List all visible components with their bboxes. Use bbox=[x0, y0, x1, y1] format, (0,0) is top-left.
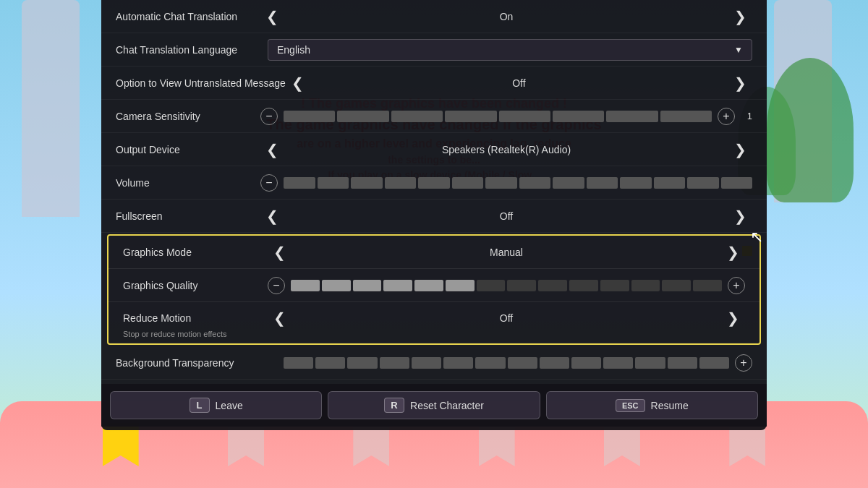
minus-volume[interactable]: − bbox=[260, 174, 278, 192]
slider-bg-transparency: + bbox=[260, 354, 752, 372]
label-untranslated: Option to View Untranslated Message bbox=[116, 77, 286, 89]
arrow-right-auto-chat[interactable]: ❯ bbox=[728, 5, 752, 28]
leave-label: Leave bbox=[216, 400, 243, 411]
label-volume: Volume bbox=[116, 177, 260, 189]
row-volume: Volume − bbox=[101, 166, 767, 200]
arrow-left-fullscreen[interactable]: ❮ bbox=[260, 205, 284, 228]
row-camera-sensitivity: Camera Sensitivity − + 1 bbox=[101, 100, 767, 133]
arrow-right-output[interactable]: ❯ bbox=[728, 138, 752, 161]
track-volume bbox=[284, 176, 752, 190]
leave-key: L bbox=[190, 398, 210, 413]
label-camera-sensitivity: Camera Sensitivity bbox=[116, 111, 260, 122]
arrow-left-output[interactable]: ❮ bbox=[260, 138, 284, 161]
reset-label: Reset Character bbox=[410, 400, 484, 411]
settings-panel: Automatic Chat Translation ❮ On ❯ Chat T… bbox=[101, 0, 767, 430]
arrow-control-graphics-mode: ❮ Manual ❯ bbox=[268, 241, 745, 264]
leave-button[interactable]: L Leave bbox=[110, 391, 322, 419]
arrow-control-reduce-motion: ❮ Off ❯ bbox=[268, 307, 745, 330]
label-auto-chat-translation: Automatic Chat Translation bbox=[116, 11, 260, 22]
label-chat-language: Chat Translation Language bbox=[116, 44, 260, 56]
track-camera bbox=[284, 109, 712, 124]
arrow-left-untranslated[interactable]: ❮ bbox=[286, 72, 310, 95]
minus-graphics[interactable]: − bbox=[268, 277, 285, 294]
dropdown-value-chat-language: English bbox=[277, 44, 310, 56]
row-auto-chat-translation: Automatic Chat Translation ❮ On ❯ bbox=[101, 0, 767, 33]
resume-key: ESC bbox=[616, 399, 645, 412]
value-output: Speakers (Realtek(R) Audio) bbox=[284, 144, 728, 155]
row-graphics-quality: Graphics Quality − + bbox=[109, 269, 760, 302]
row-untranslated: Option to View Untranslated Message ❮ Of… bbox=[101, 67, 767, 100]
arrow-control-output: ❮ Speakers (Realtek(R) Audio) ❯ bbox=[260, 138, 752, 161]
cursor-icon: ↖ bbox=[750, 228, 763, 247]
label-output-device: Output Device bbox=[116, 144, 260, 155]
bottom-buttons: L Leave R Reset Character ESC Resume bbox=[101, 384, 767, 427]
row-fullscreen: Fullscreen ❮ Off ❯ bbox=[101, 200, 767, 233]
track-bg bbox=[284, 356, 729, 370]
arrow-left-graphics-mode[interactable]: ❮ bbox=[268, 241, 292, 264]
row-output-device: Output Device ❮ Speakers (Realtek(R) Aud… bbox=[101, 133, 767, 166]
row-bg-transparency: Background Transparency + bbox=[101, 346, 767, 380]
plus-camera[interactable]: + bbox=[718, 108, 735, 125]
label-reduce-motion: Reduce Motion bbox=[123, 312, 268, 324]
label-graphics-mode: Graphics Mode bbox=[123, 247, 268, 258]
minus-camera[interactable]: − bbox=[260, 108, 278, 125]
slider-volume: − bbox=[260, 174, 752, 192]
label-graphics-quality: Graphics Quality bbox=[123, 280, 268, 291]
arrow-left-reduce-motion[interactable]: ❮ bbox=[268, 307, 292, 330]
sub-label-reduce-motion: Stop or reduce motion effects bbox=[123, 330, 268, 338]
label-bg-transparency: Background Transparency bbox=[116, 357, 260, 369]
slider-graphics-quality: − + bbox=[268, 277, 745, 294]
highlighted-section: Graphics Mode ❮ Manual ❯ Graphics Qualit… bbox=[107, 234, 761, 345]
row-chat-language: Chat Translation Language English ▼ bbox=[101, 33, 767, 67]
arrow-right-graphics-mode[interactable]: ❯ bbox=[721, 241, 745, 264]
value-reduce-motion: Off bbox=[292, 312, 721, 324]
reset-key: R bbox=[384, 398, 404, 413]
value-untranslated: Off bbox=[310, 77, 728, 89]
arrow-right-fullscreen[interactable]: ❯ bbox=[728, 205, 752, 228]
arrow-control-untranslated: ❮ Off ❯ bbox=[286, 72, 752, 95]
label-fullscreen: Fullscreen bbox=[116, 210, 260, 222]
row-graphics-mode: Graphics Mode ❮ Manual ❯ bbox=[109, 236, 760, 269]
value-fullscreen: Off bbox=[284, 210, 728, 222]
slider-camera-sensitivity: − + 1 bbox=[260, 108, 752, 125]
value-camera: 1 bbox=[741, 111, 752, 121]
value-auto-chat: On bbox=[284, 11, 728, 22]
track-graphics bbox=[291, 278, 722, 293]
dropdown-arrow-icon: ▼ bbox=[734, 45, 743, 55]
arrow-right-reduce-motion[interactable]: ❯ bbox=[721, 307, 745, 330]
plus-bg[interactable]: + bbox=[735, 354, 752, 372]
row-reduce-motion: Reduce Motion ❮ Off ❯ Stop or reduce mot… bbox=[109, 302, 760, 343]
dropdown-chat-language[interactable]: English ▼ bbox=[268, 39, 752, 61]
resume-button[interactable]: ESC Resume bbox=[546, 391, 758, 419]
reset-button[interactable]: R Reset Character bbox=[328, 391, 540, 419]
plus-graphics[interactable]: + bbox=[728, 277, 745, 294]
arrow-left-auto-chat[interactable]: ❮ bbox=[260, 5, 284, 28]
arrow-control-auto-chat: ❮ On ❯ bbox=[260, 5, 752, 28]
resume-label: Resume bbox=[651, 400, 689, 411]
arrow-control-fullscreen: ❮ Off ❯ bbox=[260, 205, 752, 228]
value-graphics-mode: Manual bbox=[292, 247, 721, 258]
arrow-right-untranslated[interactable]: ❯ bbox=[728, 72, 752, 95]
bg-column-left bbox=[22, 0, 80, 217]
